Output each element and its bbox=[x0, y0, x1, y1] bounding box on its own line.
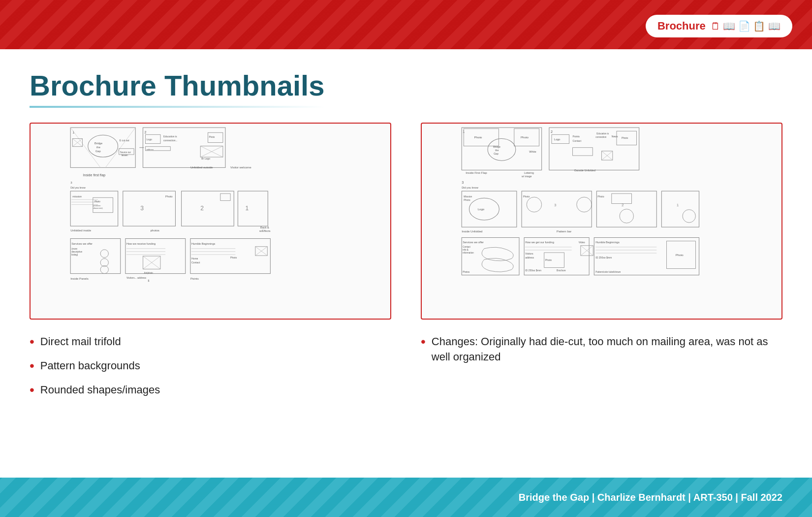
svg-text:3: 3 bbox=[140, 205, 144, 212]
svg-text:2: 2 bbox=[622, 203, 624, 207]
svg-text:2: 2 bbox=[200, 205, 204, 212]
svg-rect-111 bbox=[573, 148, 593, 156]
svg-text:Brochure: Brochure bbox=[557, 269, 566, 272]
svg-text:Education is: Education is bbox=[163, 135, 177, 138]
svg-text:Mission: Mission bbox=[464, 195, 472, 198]
svg-text:lessen: lessen bbox=[122, 154, 128, 157]
svg-rect-0 bbox=[70, 128, 135, 167]
bullet-dot-3: • bbox=[30, 383, 34, 398]
svg-text:Photo: Photo bbox=[622, 136, 628, 139]
brochure-icons: 🗒 📖 📄 📋 📖 bbox=[711, 20, 781, 32]
bullet-dot-2: • bbox=[30, 358, 34, 374]
svg-text:classroom): classroom) bbox=[93, 207, 103, 209]
svg-text:Logo: Logo bbox=[147, 138, 152, 141]
svg-text:Source our: Source our bbox=[120, 151, 131, 154]
svg-text:Points: Points bbox=[573, 135, 580, 138]
svg-text:connection: connection bbox=[595, 136, 606, 138]
svg-text:Photo: Photo bbox=[597, 195, 604, 198]
svg-text:information: information bbox=[463, 252, 474, 254]
svg-text:2: 2 bbox=[551, 130, 553, 134]
svg-text:Photo: Photo bbox=[464, 198, 470, 201]
svg-rect-125 bbox=[522, 191, 592, 227]
svg-text:How we get our funding: How we get our funding bbox=[525, 241, 554, 244]
svg-text:1: 1 bbox=[246, 205, 249, 212]
svg-text:Did you know: Did you know bbox=[70, 186, 86, 189]
svg-rect-88 bbox=[462, 128, 541, 170]
svg-text:Humble Beginnings: Humble Beginnings bbox=[191, 242, 216, 245]
svg-text:descriptive: descriptive bbox=[71, 251, 82, 253]
bullet-item-1: • Direct mail trifold bbox=[30, 334, 391, 350]
svg-text:Video: Video bbox=[579, 241, 585, 244]
svg-text:$: $ bbox=[148, 279, 150, 282]
svg-text:News: News bbox=[612, 135, 618, 138]
brochure-pill: Brochure 🗒 📖 📄 📋 📖 bbox=[646, 15, 792, 37]
main-content: Brochure Thumbnails 1 Bridge the Gap bbox=[0, 49, 812, 478]
svg-text:Inside first flap: Inside first flap bbox=[83, 173, 106, 177]
brochure-label: Brochure bbox=[657, 20, 706, 32]
svg-rect-47 bbox=[182, 191, 234, 226]
svg-text:Br Logo: Br Logo bbox=[201, 157, 210, 160]
svg-text:Back &: Back & bbox=[260, 226, 269, 229]
bullet-item-3: • Rounded shapes/images bbox=[30, 383, 391, 398]
svg-text:Photo: Photo bbox=[209, 136, 215, 138]
svg-text:Lettering: Lettering bbox=[524, 171, 534, 174]
svg-text:Did you know: Did you know bbox=[462, 186, 478, 189]
sketch-left: 1 Bridge the Gap E cut out Source our le… bbox=[30, 123, 391, 320]
svg-point-137 bbox=[683, 210, 695, 223]
title-underline bbox=[30, 106, 325, 108]
svg-text:Visitors: Visitors bbox=[525, 252, 533, 255]
svg-text:3: 3 bbox=[462, 181, 464, 185]
svg-text:(more: (more bbox=[71, 248, 77, 250]
svg-text:Photo: Photo bbox=[474, 135, 483, 139]
bottom-banner: Bridge the Gap | Charlize Bernhardt | AR… bbox=[0, 478, 812, 517]
svg-text:listing): listing) bbox=[71, 254, 78, 256]
svg-point-127 bbox=[527, 197, 541, 212]
svg-text:1: 1 bbox=[677, 203, 679, 207]
svg-rect-102 bbox=[549, 128, 639, 170]
svg-text:photos: photos bbox=[151, 228, 159, 232]
svg-text:ID 250so $mm: ID 250so $mm bbox=[595, 256, 612, 259]
bullet-text-right: Changes: Originally had die-cut, too muc… bbox=[432, 334, 782, 365]
bullet-text-1: Direct mail trifold bbox=[40, 334, 121, 350]
bullets-col-right: • Changes: Originally had die-cut, too m… bbox=[421, 334, 782, 406]
svg-text:Services we offer: Services we offer bbox=[71, 242, 93, 245]
svg-text:2: 2 bbox=[144, 130, 146, 134]
sketch-right: 1 Photo Photo Bridge the Gap White Insid… bbox=[421, 123, 782, 320]
svg-rect-135 bbox=[661, 191, 699, 227]
bullet-text-2: Pattern backgrounds bbox=[40, 358, 140, 374]
svg-text:Photo: Photo bbox=[521, 135, 529, 139]
bullet-dot-right: • bbox=[421, 334, 426, 350]
svg-text:Pattern/color label/shown: Pattern/color label/shown bbox=[595, 271, 621, 273]
svg-point-61 bbox=[100, 250, 108, 258]
svg-rect-132 bbox=[612, 194, 632, 203]
bullets-col-left: • Direct mail trifold • Pattern backgrou… bbox=[30, 334, 391, 406]
svg-text:info &: info & bbox=[463, 249, 468, 251]
svg-text:Education is: Education is bbox=[596, 132, 609, 135]
svg-text:White: White bbox=[529, 150, 536, 153]
svg-text:the: the bbox=[495, 149, 499, 152]
svg-text:Home: Home bbox=[191, 257, 198, 260]
svg-text:3: 3 bbox=[554, 203, 557, 207]
page-title: Brochure Thumbnails bbox=[30, 69, 782, 102]
svg-text:3: 3 bbox=[70, 181, 72, 184]
svg-text:Services we offer: Services we offer bbox=[463, 241, 484, 244]
svg-text:the: the bbox=[96, 146, 100, 149]
svg-text:Humble Beginnings: Humble Beginnings bbox=[595, 241, 620, 244]
bullets-row: • Direct mail trifold • Pattern backgrou… bbox=[30, 334, 782, 406]
svg-text:Visitor welcome: Visitor welcome bbox=[230, 165, 251, 169]
svg-text:Unfolded inside: Unfolded inside bbox=[70, 228, 92, 232]
svg-text:Logo: Logo bbox=[554, 138, 560, 141]
svg-text:Photo: Photo bbox=[545, 258, 552, 261]
svg-text:address: address bbox=[525, 256, 534, 259]
footer-text: Bridge the Gap | Charlize Bernhardt | AR… bbox=[519, 492, 782, 503]
svg-text:Inside Unfolded: Inside Unfolded bbox=[462, 229, 482, 233]
svg-text:Contact: Contact bbox=[463, 246, 470, 248]
svg-text:Photos: Photos bbox=[463, 271, 470, 273]
svg-text:How we receive funding: How we receive funding bbox=[126, 242, 156, 245]
svg-text:Photo: Photo bbox=[676, 253, 684, 257]
svg-text:Bridge: Bridge bbox=[94, 142, 102, 145]
bullet-item-2: • Pattern backgrounds bbox=[30, 358, 391, 374]
svg-text:Inside Panels: Inside Panels bbox=[70, 277, 89, 280]
svg-text:Gap: Gap bbox=[95, 150, 101, 153]
svg-text:Unfolded outside: Unfolded outside bbox=[190, 165, 213, 169]
